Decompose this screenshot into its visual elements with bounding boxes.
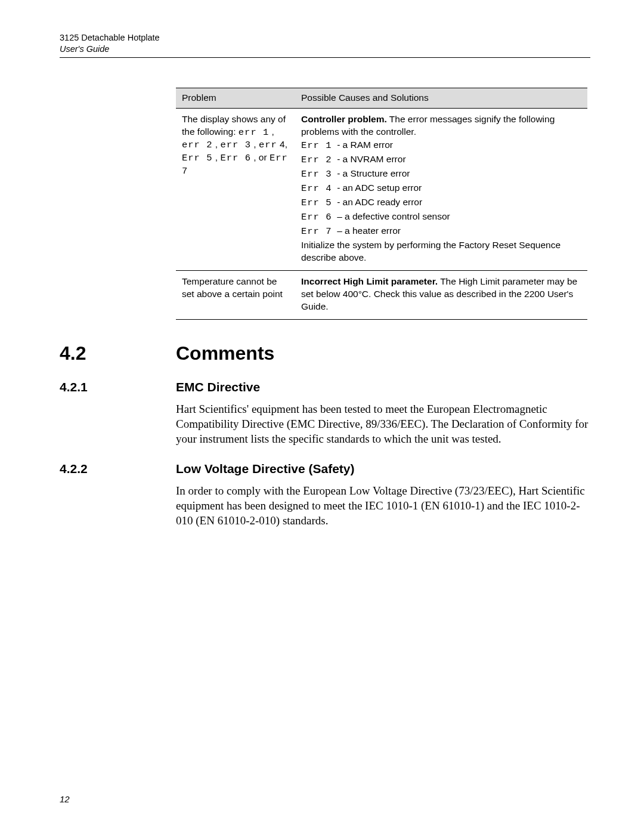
header-rule [60,57,590,58]
section-4-2-1: 4.2.1 EMC Directive [60,380,590,394]
table-row: The display shows any of the following: … [176,108,587,270]
page-number: 12 [60,794,70,804]
err-line: Err 4 - an ADC setup error [301,182,581,195]
troubleshooting-table: Problem Possible Causes and Solutions Th… [176,88,587,320]
cell-solution: Incorrect High Limit parameter. The High… [295,270,587,319]
err-label: Err 1 [301,140,332,151]
err-label: Err 5 [301,197,332,208]
err-line: Err 2 - a NVRAM error [301,153,581,166]
solution-tail: Initialize the system by performing the … [301,239,581,264]
err-text: – a defective control sensor [337,211,450,221]
col-header-problem: Problem [176,88,295,108]
err-text: - an ADC ready error [337,197,422,207]
err-text: - a Structure error [337,168,410,178]
section-title: Comments [176,342,274,364]
table-row: Temperature cannot be set above a certai… [176,270,587,319]
err-label: Err 3 [301,169,332,180]
err-label: Err 6 [301,212,332,223]
paragraph: In order to comply with the European Low… [176,483,590,528]
err-text: - a NVRAM error [337,154,405,164]
err-line: Err 1 - a RAM error [301,139,581,152]
err-label: Err 7 [301,226,332,237]
err-label: Err 4 [301,183,332,194]
solution-lead: Controller problem. The error messages s… [301,113,581,138]
err-text: – a heater error [337,225,401,236]
section-4-2-2: 4.2.2 Low Voltage Directive (Safety) [60,462,590,476]
paragraph: Hart Scientifics' equipment has been tes… [176,401,590,446]
cell-problem: Temperature cannot be set above a certai… [176,270,295,319]
err-text: - an ADC setup error [337,183,422,193]
running-header: 3125 Detachable Hotplate User's Guide [60,32,590,58]
col-header-solution: Possible Causes and Solutions [295,88,587,108]
table-header-row: Problem Possible Causes and Solutions [176,88,587,108]
err-label: Err 2 [301,155,332,165]
err-line: Err 6 – a defective control sensor [301,211,581,224]
cell-problem: The display shows any of the following: … [176,108,295,270]
doc-subtitle: User's Guide [60,44,590,55]
err-text: - a RAM error [337,140,393,150]
section-number: 4.2.1 [60,380,176,394]
section-4-2: 4.2 Comments [60,342,590,364]
section-title: EMC Directive [176,380,260,394]
cell-solution: Controller problem. The error messages s… [295,108,587,270]
section-number: 4.2.2 [60,462,176,476]
err-line: Err 5 - an ADC ready error [301,196,581,209]
section-number: 4.2 [60,342,176,364]
err-line: Err 7 – a heater error [301,225,581,238]
err-line: Err 3 - a Structure error [301,168,581,181]
section-title: Low Voltage Directive (Safety) [176,462,355,476]
doc-title: 3125 Detachable Hotplate [60,32,590,44]
